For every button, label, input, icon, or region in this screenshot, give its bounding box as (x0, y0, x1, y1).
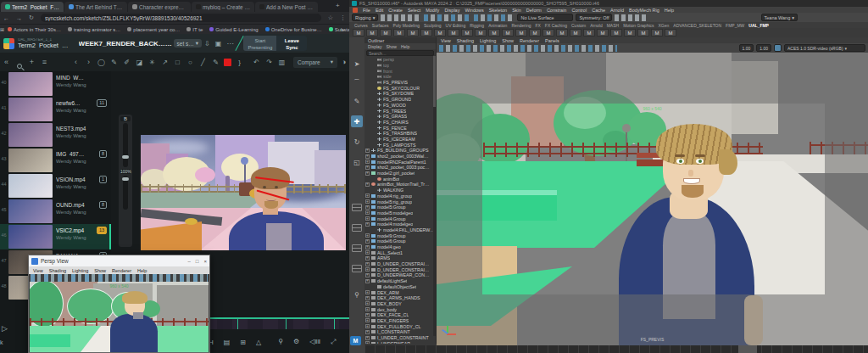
shelf-script-button[interactable]: M (651, 29, 663, 36)
list-view-icon[interactable]: ≡ (38, 58, 51, 66)
outliner-item[interactable]: FS_WOOD (364, 103, 436, 109)
outliner-item[interactable]: FS_LAMPOSTS (364, 142, 436, 148)
layout-split-button[interactable] (352, 244, 362, 252)
outliner-item[interactable]: D_UNDER_CONSTRAINT1 (364, 266, 436, 272)
expand-icon[interactable] (365, 245, 370, 249)
menu-item[interactable]: File (363, 8, 370, 13)
expand-icon[interactable] (365, 250, 370, 255)
expand-icon[interactable] (365, 330, 370, 334)
menu-item[interactable]: Arnold (610, 8, 624, 13)
window-control-button[interactable]: – (188, 259, 191, 264)
shelf-script-button[interactable]: M (366, 29, 378, 36)
viewport-menu-item[interactable]: Panels (545, 38, 559, 43)
add-icon[interactable]: + (25, 58, 38, 66)
outliner-tab[interactable]: Outliner (364, 37, 436, 43)
expand-icon[interactable] (365, 301, 370, 305)
outliner-item[interactable]: DEX_FACE_CL (364, 312, 436, 318)
download-icon[interactable]: ⇩ (202, 40, 213, 48)
outliner-item[interactable]: side (364, 74, 436, 80)
menu-item[interactable]: Help (665, 8, 674, 13)
shelf-tab[interactable]: Arnold (590, 23, 602, 28)
live-surface-field[interactable]: No Live Surface (517, 14, 573, 21)
shelf-tab[interactable]: ADVANCED_SKELETON (673, 23, 721, 28)
outliner-item[interactable]: FS_PREVIS (364, 80, 436, 86)
expand-icon[interactable] (365, 148, 370, 153)
outliner-item[interactable]: D_UNDERWEAR_CONTROLS (364, 272, 436, 278)
shelf-tab[interactable]: Sculpting (424, 23, 442, 28)
menu-set-dropdown[interactable]: Rigging ▾ (352, 14, 378, 21)
shelf-tab[interactable]: Custom (571, 23, 586, 28)
version-list-item[interactable]: 45 OUND.mp4 Wendy Wang 8 (0, 199, 111, 224)
account-dropdown[interactable]: Teana Wang ▾ (761, 14, 798, 21)
outliner-item[interactable]: persp (364, 57, 436, 63)
shelf-script-button[interactable]: M (475, 29, 487, 36)
bookmark-item[interactable]: Actors in Their 30s… (4, 27, 64, 32)
outliner-item[interactable]: model6:Group (364, 238, 436, 244)
player-control-icon[interactable]: ⤢ (331, 338, 336, 346)
shelf-script-button[interactable]: M (570, 29, 581, 36)
draw-tool-icon[interactable]: ◯ (96, 57, 107, 68)
menu-item[interactable]: Skin (512, 8, 521, 13)
reload-icon[interactable]: ↻ (25, 14, 37, 21)
outliner-item[interactable]: defaultObjectSet (364, 284, 436, 290)
outliner-item[interactable]: defaultLightSet (364, 278, 436, 284)
paint-select-tool-icon[interactable]: ✎ (351, 95, 363, 107)
persp-viewport[interactable]: 960 x 540 (30, 282, 209, 352)
maya-viewport[interactable]: 960 x 540 FS_PREVIS (437, 53, 868, 345)
bookmark-item[interactable]: training animator s… (64, 27, 124, 32)
play-button[interactable]: ▷ (2, 324, 8, 333)
time-slider[interactable] (364, 345, 868, 353)
expand-icon[interactable] (365, 171, 370, 176)
expand-icon[interactable] (365, 341, 370, 344)
expand-icon[interactable] (365, 165, 370, 170)
persp-title-bar[interactable]: Persp View –□× (29, 255, 209, 266)
bookmark-item[interactable]: OneDrive for Busine… (262, 27, 326, 32)
outliner-item[interactable]: FS_CHAIRS (364, 120, 436, 126)
shelf-tab[interactable]: Animation (488, 23, 507, 28)
version-list-item[interactable]: 44 VSION.mp4 Wendy Wang 1 (0, 173, 111, 199)
menu-item[interactable]: Display (444, 8, 459, 13)
outliner-menu-item[interactable]: Show (386, 44, 397, 49)
persp-toolbar[interactable] (31, 274, 208, 282)
file-icons[interactable] (381, 14, 421, 21)
expand-icon[interactable] (365, 222, 370, 227)
bookmarks-overflow-icon[interactable]: » (342, 27, 349, 32)
window-control-button[interactable]: × (203, 259, 207, 264)
outliner-item[interactable]: model4:rig_group (364, 193, 436, 199)
shelf-script-button[interactable]: M (597, 29, 609, 36)
outliner-item[interactable]: FS_SKYDOME (364, 91, 436, 97)
snap-icons[interactable] (474, 14, 515, 21)
collapse-sidebar-icon[interactable]: « (0, 58, 13, 66)
outliner-item[interactable]: shot2_pocket_0003:pocket (364, 165, 436, 171)
shelf-tab[interactable]: UV Editing (446, 23, 466, 28)
expand-icon[interactable] (365, 182, 370, 187)
expand-icon[interactable] (365, 273, 370, 277)
expand-icon[interactable] (365, 279, 370, 283)
browser-menu-icon[interactable]: ⋮ (337, 14, 349, 21)
outliner-item[interactable]: model5:Group (364, 205, 436, 210)
draw-tool-icon[interactable]: ✳ (147, 57, 158, 68)
shelf-tab[interactable]: Surfaces (372, 23, 389, 28)
persp-menu-item[interactable]: Show (94, 268, 106, 273)
lasso-tool-icon[interactable]: ⌒ (351, 76, 363, 88)
new-tab-button[interactable]: + (332, 2, 343, 9)
menu-item[interactable]: Constrain (547, 8, 567, 13)
persp-menu-item[interactable]: Help (137, 268, 147, 273)
move-tool-icon[interactable]: ✚ (351, 115, 363, 127)
theme-toggle-icon[interactable]: ◑ (337, 58, 350, 66)
shelf-script-button[interactable]: M (407, 29, 419, 36)
outliner-menu-item[interactable]: Help (401, 44, 409, 49)
viewport-menu-item[interactable]: View (441, 38, 451, 43)
shelf-script-button[interactable]: M (448, 29, 459, 36)
shelf-script-button[interactable]: M (542, 29, 554, 36)
outliner-menu-item[interactable]: Display (368, 44, 381, 49)
shelf-tab[interactable]: FX (535, 23, 540, 28)
project-breadcrumb[interactable]: UAL_MASTER_1_1 Term2_Pocket_… (18, 38, 69, 48)
outliner-item[interactable]: FS_GRASS (364, 114, 436, 120)
outliner-item[interactable]: model4:geo (364, 244, 436, 250)
menu-item[interactable]: Windows (465, 8, 483, 13)
outliner-item[interactable]: top (364, 63, 436, 69)
mel-badge-icon[interactable]: M (350, 336, 361, 345)
outliner-item[interactable]: model9:Group (364, 233, 436, 238)
outliner-item[interactable]: ARMS (364, 255, 436, 261)
